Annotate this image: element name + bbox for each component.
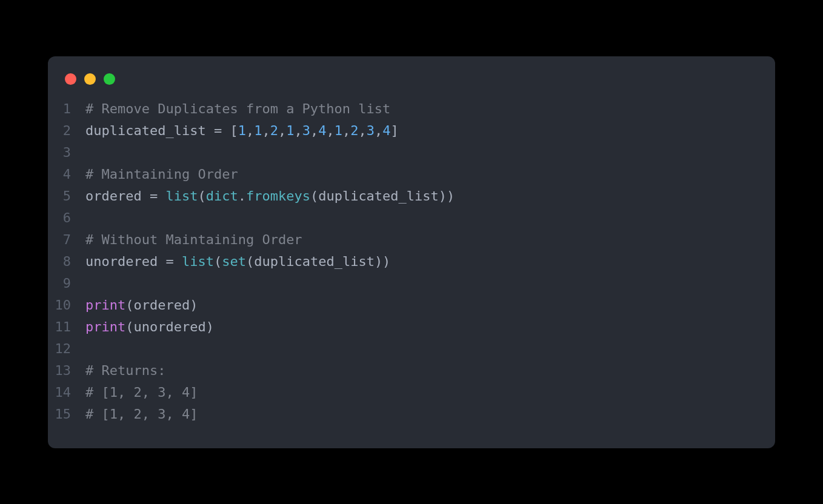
code-window: 1# Remove Duplicates from a Python list2… <box>48 56 775 448</box>
line-number: 3 <box>48 142 85 164</box>
code-token: 4 <box>382 123 390 138</box>
code-content[interactable]: # Without Maintaining Order <box>85 229 302 251</box>
code-token: , <box>358 123 366 138</box>
code-token: , <box>375 123 382 138</box>
code-content[interactable]: duplicated_list = [1,1,2,1,3,4,1,2,3,4] <box>85 120 399 142</box>
line-number: 1 <box>48 98 85 120</box>
code-line[interactable]: 6 <box>48 207 775 229</box>
code-content[interactable]: # [1, 2, 3, 4] <box>85 403 198 425</box>
line-number: 2 <box>48 120 85 142</box>
code-token: (duplicated_list)) <box>246 254 390 269</box>
line-number: 14 <box>48 382 85 403</box>
code-content[interactable] <box>85 338 93 360</box>
line-number: 12 <box>48 338 85 360</box>
code-token: ( <box>198 188 205 204</box>
code-content[interactable]: print(unordered) <box>85 316 214 338</box>
code-editor[interactable]: 1# Remove Duplicates from a Python list2… <box>48 98 775 425</box>
code-line[interactable]: 11print(unordered) <box>48 316 775 338</box>
code-content[interactable] <box>85 207 93 229</box>
code-token: 1 <box>238 123 246 138</box>
code-token: # [1, 2, 3, 4] <box>85 406 198 422</box>
code-token: (ordered) <box>125 297 198 313</box>
code-token: fromkeys <box>246 188 310 204</box>
code-line[interactable]: 1# Remove Duplicates from a Python list <box>48 98 775 120</box>
code-token: = <box>158 254 182 269</box>
code-content[interactable]: # Remove Duplicates from a Python list <box>85 98 390 120</box>
code-content[interactable] <box>85 142 93 164</box>
line-number: 7 <box>48 229 85 251</box>
code-token: , <box>342 123 350 138</box>
code-token: (duplicated_list)) <box>310 188 455 204</box>
code-token: set <box>222 254 246 269</box>
code-token: , <box>294 123 302 138</box>
code-token: (unordered) <box>125 319 214 334</box>
code-token: # Maintaining Order <box>85 167 238 182</box>
code-token: ] <box>390 123 398 138</box>
code-token: , <box>278 123 286 138</box>
line-number: 8 <box>48 251 85 273</box>
code-content[interactable] <box>85 273 93 294</box>
code-token: = [ <box>206 123 238 138</box>
code-token: duplicated_list <box>85 123 206 138</box>
code-token: 4 <box>318 123 326 138</box>
code-line[interactable]: 14# [1, 2, 3, 4] <box>48 382 775 403</box>
code-token: 1 <box>286 123 294 138</box>
code-line[interactable]: 8unordered = list(set(duplicated_list)) <box>48 251 775 273</box>
code-token: # Returns: <box>85 363 165 378</box>
code-token: 2 <box>270 123 278 138</box>
minimize-icon[interactable] <box>84 73 96 85</box>
code-token: dict <box>206 188 238 204</box>
code-token: # [1, 2, 3, 4] <box>85 385 198 400</box>
code-token: # Without Maintaining Order <box>85 232 302 247</box>
code-token: , <box>326 123 334 138</box>
code-token: , <box>310 123 318 138</box>
code-content[interactable]: unordered = list(set(duplicated_list)) <box>85 251 390 273</box>
code-token: print <box>85 297 125 313</box>
code-token: ( <box>214 254 222 269</box>
code-line[interactable]: 13# Returns: <box>48 360 775 382</box>
code-line[interactable]: 7# Without Maintaining Order <box>48 229 775 251</box>
code-token: 1 <box>254 123 262 138</box>
code-token: list <box>165 188 198 204</box>
code-line[interactable]: 5ordered = list(dict.fromkeys(duplicated… <box>48 185 775 207</box>
code-line[interactable]: 15# [1, 2, 3, 4] <box>48 403 775 425</box>
code-content[interactable]: # [1, 2, 3, 4] <box>85 382 198 403</box>
code-token: = <box>142 188 166 204</box>
line-number: 10 <box>48 294 85 316</box>
line-number: 6 <box>48 207 85 229</box>
code-line[interactable]: 4# Maintaining Order <box>48 164 775 185</box>
code-token: . <box>238 188 246 204</box>
code-line[interactable]: 9 <box>48 273 775 294</box>
code-token: # Remove Duplicates from a Python list <box>85 101 390 116</box>
maximize-icon[interactable] <box>104 73 115 85</box>
code-content[interactable]: print(ordered) <box>85 294 198 316</box>
line-number: 15 <box>48 403 85 425</box>
code-content[interactable]: ordered = list(dict.fromkeys(duplicated_… <box>85 185 455 207</box>
code-content[interactable]: # Maintaining Order <box>85 164 238 185</box>
code-token: 1 <box>335 123 342 138</box>
code-line[interactable]: 3 <box>48 142 775 164</box>
code-token: , <box>262 123 270 138</box>
code-token: print <box>85 319 125 334</box>
line-number: 9 <box>48 273 85 294</box>
line-number: 11 <box>48 316 85 338</box>
code-line[interactable]: 10print(ordered) <box>48 294 775 316</box>
code-line[interactable]: 12 <box>48 338 775 360</box>
code-token: unordered <box>85 254 158 269</box>
line-number: 13 <box>48 360 85 382</box>
code-token: list <box>182 254 214 269</box>
line-number: 4 <box>48 164 85 185</box>
code-token: 2 <box>350 123 358 138</box>
code-token: 3 <box>367 123 375 138</box>
code-token: ordered <box>85 188 142 204</box>
line-number: 5 <box>48 185 85 207</box>
window-titlebar <box>48 73 775 98</box>
code-token: , <box>246 123 254 138</box>
code-content[interactable]: # Returns: <box>85 360 165 382</box>
code-token: 3 <box>302 123 310 138</box>
close-icon[interactable] <box>65 73 76 85</box>
code-line[interactable]: 2duplicated_list = [1,1,2,1,3,4,1,2,3,4] <box>48 120 775 142</box>
